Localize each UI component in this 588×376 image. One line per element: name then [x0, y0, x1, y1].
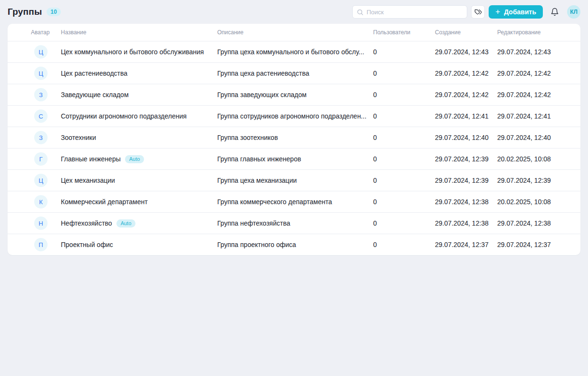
group-description: Группа главных инженеров [217, 155, 373, 163]
group-name: Цех механизации [61, 177, 115, 184]
group-users-count: 0 [373, 219, 435, 227]
table-row[interactable]: П Проектный офис Группа проектного офиса… [8, 234, 580, 255]
group-edited: 29.07.2024, 12:42 [497, 69, 573, 77]
group-edited: 29.07.2024, 12:40 [497, 134, 573, 141]
group-name: Нефтехозяйство [61, 219, 112, 227]
table-row[interactable]: Ц Цех коммунального и бытового обслужива… [8, 41, 580, 62]
table-row[interactable]: Ц Цех растениеводства Группа цеха растен… [8, 62, 580, 84]
column-header-avatar: Аватар [31, 29, 61, 36]
topbar: Группы 10 + Добавить [0, 0, 588, 24]
group-users-count: 0 [373, 91, 435, 99]
group-avatar: З [34, 88, 48, 101]
group-users-count: 0 [373, 155, 435, 163]
groups-count-badge: 10 [47, 8, 60, 16]
group-description: Группа заведующих складом [217, 91, 373, 99]
group-name: Заведующие складом [61, 91, 129, 99]
add-button[interactable]: + Добавить [489, 5, 543, 19]
group-description: Группа цеха растениеводства [217, 69, 373, 77]
group-created: 29.07.2024, 12:38 [435, 219, 497, 227]
auto-badge: Auto [125, 155, 145, 163]
group-description: Группа коммерческого департамента [217, 198, 373, 206]
notifications-button[interactable] [549, 6, 560, 18]
group-created: 29.07.2024, 12:43 [435, 48, 497, 56]
search-input[interactable] [366, 9, 463, 16]
group-created: 29.07.2024, 12:40 [435, 134, 497, 141]
plus-icon: + [495, 8, 500, 16]
group-avatar: З [34, 131, 48, 144]
column-header-description: Описание [217, 29, 373, 36]
group-name: Проектный офис [61, 241, 113, 248]
group-avatar: Ц [34, 45, 48, 59]
group-name: Главные инженеры [61, 155, 121, 163]
group-edited: 20.02.2025, 10:08 [497, 198, 573, 206]
column-header-name: Название [61, 29, 217, 36]
group-users-count: 0 [373, 134, 435, 141]
table-row[interactable]: З Зоотехники Группа зоотехников 0 29.07.… [8, 127, 580, 148]
group-name: Цех коммунального и бытового обслуживани… [61, 48, 204, 56]
table-header-row: Аватар Название Описание Пользователи Со… [8, 24, 580, 41]
group-edited: 29.07.2024, 12:38 [497, 219, 573, 227]
group-created: 29.07.2024, 12:41 [435, 112, 497, 120]
group-users-count: 0 [373, 241, 435, 248]
group-users-count: 0 [373, 69, 435, 77]
group-avatar: Г [34, 152, 48, 166]
group-name: Зоотехники [61, 134, 96, 141]
table-row[interactable]: Г Главные инженеры Auto Группа главных и… [8, 148, 580, 169]
column-header-created: Создание [435, 29, 497, 36]
group-description: Группа зоотехников [217, 134, 373, 141]
auto-badge: Auto [116, 219, 136, 228]
group-description: Группа цеха механизации [217, 177, 373, 184]
group-edited: 29.07.2024, 12:39 [497, 177, 573, 184]
title-wrap: Группы 10 [8, 7, 61, 17]
group-edited: 29.07.2024, 12:42 [497, 91, 573, 99]
table-row[interactable]: Н Нефтехозяйство Auto Группа нефтехозяйс… [8, 212, 580, 234]
tags-icon [474, 8, 482, 16]
search-box[interactable] [352, 5, 467, 19]
group-description: Группа цеха коммунального и бытового обс… [217, 48, 373, 56]
table-row[interactable]: К Коммерческий департамент Группа коммер… [8, 191, 580, 212]
group-avatar: Ц [34, 174, 48, 187]
tags-button[interactable] [471, 5, 485, 19]
toolbar-controls: + Добавить КЛ [352, 5, 580, 19]
group-edited: 20.02.2025, 10:08 [497, 155, 573, 163]
add-button-label: Добавить [504, 8, 536, 16]
group-name: Цех растениеводства [61, 69, 127, 77]
table-row[interactable]: С Сотрудники агрономного подразделения Г… [8, 105, 580, 127]
group-name: Коммерческий департамент [61, 198, 148, 206]
group-edited: 29.07.2024, 12:37 [497, 241, 573, 248]
group-name: Сотрудники агрономного подразделения [61, 112, 187, 120]
group-avatar: С [34, 109, 48, 123]
group-users-count: 0 [373, 198, 435, 206]
column-header-edited: Редактирование [497, 29, 573, 36]
search-icon [357, 9, 364, 16]
group-users-count: 0 [373, 48, 435, 56]
group-description: Группа сотрудников агрономного подраздел… [217, 112, 373, 120]
group-avatar: К [34, 195, 48, 208]
group-description: Группа проектного офиса [217, 241, 373, 248]
group-avatar: Ц [34, 67, 48, 80]
group-created: 29.07.2024, 12:39 [435, 155, 497, 163]
table-row[interactable]: Ц Цех механизации Группа цеха механизаци… [8, 169, 580, 191]
user-avatar[interactable]: КЛ [567, 5, 580, 19]
group-users-count: 0 [373, 177, 435, 184]
group-created: 29.07.2024, 12:38 [435, 198, 497, 206]
group-created: 29.07.2024, 12:37 [435, 241, 497, 248]
group-created: 29.07.2024, 12:39 [435, 177, 497, 184]
group-edited: 29.07.2024, 12:43 [497, 48, 573, 56]
group-avatar: Н [34, 217, 48, 230]
table-row[interactable]: З Заведующие складом Группа заведующих с… [8, 84, 580, 105]
column-header-users: Пользователи [373, 29, 435, 36]
group-users-count: 0 [373, 112, 435, 120]
bell-icon [550, 8, 559, 16]
group-created: 29.07.2024, 12:42 [435, 69, 497, 77]
group-created: 29.07.2024, 12:42 [435, 91, 497, 99]
group-edited: 29.07.2024, 12:41 [497, 112, 573, 120]
groups-table: Аватар Название Описание Пользователи Со… [8, 24, 580, 255]
page-title: Группы [8, 7, 42, 17]
group-avatar: П [34, 238, 48, 251]
group-description: Группа нефтехозяйства [217, 219, 373, 227]
table-body: Ц Цех коммунального и бытового обслужива… [8, 41, 580, 255]
